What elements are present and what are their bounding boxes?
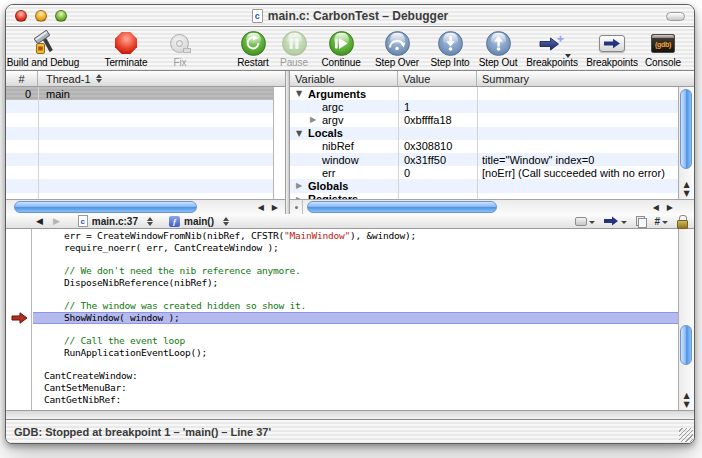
- disclosure-triangle-collapsed[interactable]: ▶: [310, 115, 322, 124]
- debugger-window: c main.c: CarbonTest – Debugger Build an…: [5, 4, 695, 444]
- file-popup[interactable]: c main.c:37: [70, 215, 161, 227]
- editor-vertical-scrollbar[interactable]: ▲▼: [678, 229, 694, 410]
- resize-grip[interactable]: [679, 428, 693, 442]
- variable-row-Arguments[interactable]: ▼Arguments: [290, 87, 694, 100]
- column-header-variable[interactable]: Variable: [290, 71, 398, 86]
- scroll-down-arrow[interactable]: ▼: [683, 189, 689, 198]
- empty-row: [6, 179, 285, 192]
- column-header-number[interactable]: #: [6, 71, 38, 86]
- file-icon: c: [78, 215, 88, 227]
- toolbar-item-console[interactable]: (gdb)Console: [613, 27, 695, 68]
- scroll-right-arrow[interactable]: ▶: [269, 203, 281, 212]
- line-number-icon[interactable]: #: [654, 216, 668, 227]
- code-line: // Call the event loop: [33, 335, 678, 347]
- source-editor: err = CreateWindowFromNib(nibRef, CFSTR(…: [6, 229, 694, 410]
- empty-row: [6, 100, 285, 113]
- variable-row-Locals[interactable]: ▼Locals: [290, 127, 694, 140]
- variables-horizontal-scrollbar[interactable]: ◀▶: [290, 199, 694, 214]
- column-header-value[interactable]: Value: [398, 71, 477, 86]
- variables-pane: Variable Value Summary ▼Argumentsargc1▶a…: [290, 71, 694, 214]
- toolbar: Build and DebugTerminateFixRestartPauseC…: [6, 27, 694, 71]
- close-button[interactable]: [15, 10, 27, 22]
- debugger-panes: # Thread-1 0main ◀▶ Variable Value Summa…: [6, 71, 694, 214]
- scroll-down-arrow[interactable]: ▼: [683, 400, 689, 409]
- lock-icon[interactable]: [677, 215, 686, 227]
- code-line: [33, 253, 678, 265]
- disclosure-triangle-collapsed[interactable]: ▶: [296, 181, 308, 190]
- code-line: DisposeNibReference(nibRef);: [33, 277, 678, 289]
- function-popup[interactable]: ƒ main(): [161, 216, 237, 227]
- scroll-left-arrow[interactable]: ◀: [650, 203, 662, 212]
- threads-list: 0main: [6, 87, 285, 199]
- variable-row-Globals[interactable]: ▶Globals: [290, 179, 694, 192]
- bookmark-icon[interactable]: [575, 217, 595, 226]
- zoom-button[interactable]: [55, 10, 67, 22]
- document-icon: c: [252, 9, 263, 23]
- counterpart-icon[interactable]: [636, 216, 645, 226]
- code-line: // We don't need the nib reference anymo…: [33, 265, 678, 277]
- disclosure-triangle-expanded[interactable]: ▼: [296, 89, 308, 98]
- variable-row-nibRef[interactable]: nibRef0x308810: [290, 140, 694, 153]
- code-line: require_noerr( err, CantCreateWindow );: [33, 242, 678, 254]
- code-line: // The window was created hidden so show…: [33, 300, 678, 312]
- disclosure-triangle-expanded[interactable]: ▼: [296, 129, 308, 138]
- variables-vertical-scrollbar[interactable]: ▲▼: [678, 87, 694, 199]
- code-line: [33, 359, 678, 371]
- code-line: CantSetMenuBar:: [33, 382, 678, 394]
- code-line: CantCreateWindow:: [33, 370, 678, 382]
- editor-navigation-bar: ◀ ▶ c main.c:37 ƒ main() #: [6, 214, 694, 229]
- empty-row: [6, 153, 285, 166]
- toolbar-toggle-button[interactable]: [666, 12, 685, 21]
- title-bar[interactable]: c main.c: CarbonTest – Debugger: [6, 5, 694, 27]
- code-line: [33, 324, 678, 336]
- code-line: err = CreateWindowFromNib(nibRef, CFSTR(…: [33, 230, 678, 242]
- column-header-summary[interactable]: Summary: [477, 71, 694, 86]
- minimize-button[interactable]: [35, 10, 47, 22]
- code-line: CantGetNibRef:: [33, 394, 678, 406]
- editor-horizontal-scrollbar[interactable]: [6, 410, 694, 419]
- tape-roll-icon: [169, 29, 191, 57]
- code-text[interactable]: err = CreateWindowFromNib(nibRef, CFSTR(…: [33, 230, 678, 410]
- scrollbar-thumb[interactable]: [307, 201, 497, 213]
- splitter-dimple[interactable]: [290, 200, 303, 214]
- current-line: ShowWindow( window );: [33, 312, 678, 324]
- nav-back-button[interactable]: ◀: [36, 216, 43, 226]
- threads-vertical-scrollbar[interactable]: [273, 87, 285, 199]
- program-counter-arrow: [11, 312, 28, 324]
- window-title: c main.c: CarbonTest – Debugger: [252, 9, 448, 23]
- gdb-console-icon: (gdb): [651, 29, 675, 57]
- status-text: GDB: Stopped at breakpoint 1 – 'main() –…: [14, 426, 271, 438]
- variable-row-window[interactable]: window0x31ff50title="Window" index=0: [290, 153, 694, 166]
- nav-forward-button[interactable]: ▶: [53, 216, 60, 226]
- empty-row: [6, 127, 285, 140]
- thread-row[interactable]: 0main: [6, 87, 285, 100]
- threads-horizontal-scrollbar[interactable]: ◀▶: [6, 199, 285, 214]
- breakpoint-menu-icon[interactable]: [604, 216, 627, 226]
- scroll-up-arrow[interactable]: ▲: [683, 391, 689, 400]
- empty-row: [6, 166, 285, 179]
- scrollbar-thumb[interactable]: [680, 325, 692, 365]
- function-icon: ƒ: [169, 216, 180, 227]
- code-line: [33, 288, 678, 300]
- scroll-right-arrow[interactable]: ▶: [664, 203, 676, 212]
- scroll-up-arrow[interactable]: ▲: [683, 180, 689, 189]
- scrollbar-thumb[interactable]: [680, 89, 692, 169]
- empty-row: [6, 113, 285, 126]
- empty-row: [6, 140, 285, 153]
- scrollbar-thumb[interactable]: [14, 201, 197, 213]
- code-line: RunApplicationEventLoop();: [33, 347, 678, 359]
- status-bar: GDB: Stopped at breakpoint 1 – 'main() –…: [6, 419, 694, 443]
- variable-row-err[interactable]: err0[noErr] (Call succeeded with no erro…: [290, 166, 694, 179]
- variable-row-argc[interactable]: argc1: [290, 100, 694, 113]
- scroll-left-arrow[interactable]: ◀: [255, 203, 267, 212]
- hammer-icon: [30, 29, 56, 57]
- threads-pane: # Thread-1 0main ◀▶: [6, 71, 285, 214]
- variables-list: ▼Argumentsargc1▶argv0xbffffa18▼Localsnib…: [290, 87, 694, 199]
- column-header-thread[interactable]: Thread-1: [38, 71, 285, 86]
- variable-row-argv[interactable]: ▶argv0xbffffa18: [290, 113, 694, 126]
